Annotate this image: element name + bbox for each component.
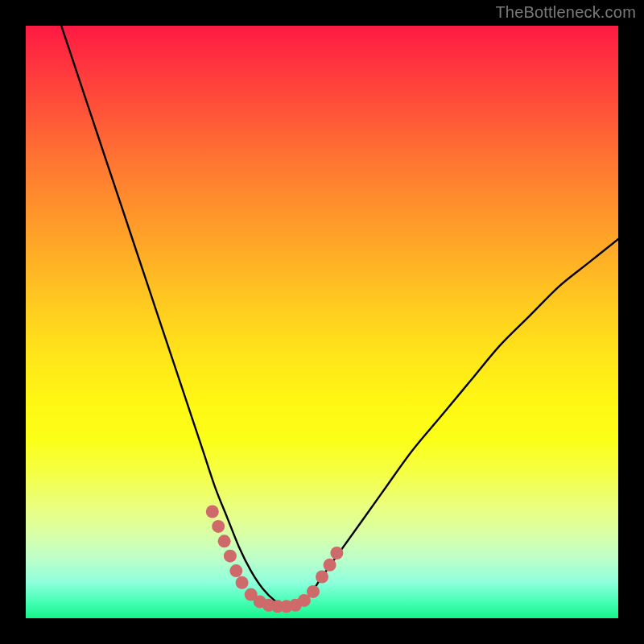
curve-marker [330,547,343,559]
curve-markers [206,506,344,613]
watermark-text: TheBottleneck.com [495,3,636,22]
curve-marker [324,559,336,572]
curve-marker [236,576,249,589]
chart-stage: TheBottleneck.com [0,0,644,644]
curve-svg [26,26,618,618]
curve-marker [307,585,320,598]
curve-marker [212,520,225,533]
curve-marker [316,571,328,584]
curve-marker [224,550,237,563]
bottleneck-curve [61,26,618,607]
curve-marker [206,506,219,518]
curve-marker [229,564,242,577]
curve-marker [218,535,231,547]
